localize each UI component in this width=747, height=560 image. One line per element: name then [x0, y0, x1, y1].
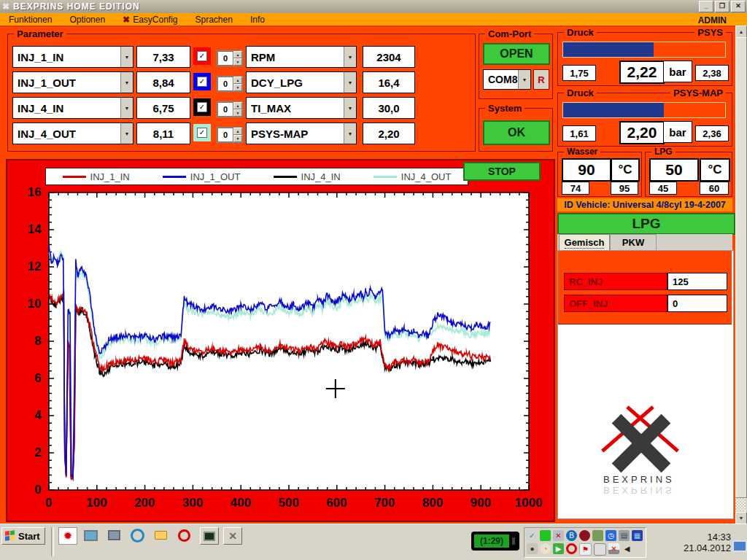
rc-inj-value[interactable]: 125 — [667, 273, 727, 290]
com-open-button[interactable]: OPEN — [483, 43, 550, 65]
spinner-up-icon[interactable]: ▲ — [233, 77, 242, 84]
tray-display-icon[interactable] — [540, 530, 551, 541]
series-color-checkbox[interactable]: ✓ — [193, 47, 211, 65]
show-desktop-icon[interactable] — [732, 540, 747, 552]
tray-security-icon[interactable] — [579, 530, 590, 541]
off-inj-value[interactable]: 0 — [667, 295, 727, 312]
scroll-down-icon[interactable]: ▼ — [735, 512, 747, 524]
param-value-field[interactable]: 2,20 — [363, 122, 415, 144]
tray-updater-icon[interactable]: ◔ — [540, 543, 551, 554]
series-color-checkbox[interactable]: ✓ — [193, 73, 211, 90]
param-dropdown[interactable]: TI_MAX▼ — [246, 97, 357, 119]
vertical-scrollbar[interactable]: ▲ ▼ — [735, 26, 747, 524]
com-refresh-button[interactable]: R — [533, 69, 549, 90]
menu-easyconfig[interactable]: ✖ EasyConfig — [114, 14, 186, 26]
menu-sprachen[interactable]: Sprachen — [187, 14, 241, 26]
menu-funktionen[interactable]: Funktionen — [0, 14, 61, 26]
param-dropdown[interactable]: INJ_1_IN▼ — [12, 46, 133, 68]
bexprins-wordmark: BEXPRINS — [603, 474, 675, 485]
chevron-down-icon[interactable]: ▼ — [120, 72, 133, 93]
chevron-down-icon[interactable]: ▼ — [344, 98, 356, 118]
quicklaunch-computer-icon[interactable] — [105, 527, 123, 543]
tray-chip-icon[interactable]: ▦ — [632, 530, 643, 541]
stop-button[interactable]: STOP — [463, 162, 541, 181]
scrollbar-track[interactable] — [735, 498, 746, 511]
param-dropdown[interactable]: INJ_4_OUT▼ — [12, 122, 133, 144]
offset-spinner[interactable]: 0▲▼ — [217, 50, 243, 66]
minimize-button[interactable]: _ — [699, 1, 713, 12]
offset-spinner[interactable]: 0▲▼ — [217, 127, 243, 143]
param-dropdown[interactable]: INJ_4_IN▼ — [12, 97, 133, 119]
quicklaunch-close-icon[interactable]: ✕ — [223, 527, 242, 545]
param-value-field[interactable]: 2304 — [363, 46, 415, 68]
tray-volume-icon[interactable]: ◀ — [622, 543, 632, 554]
trace-chart[interactable] — [7, 160, 551, 518]
menu-optionen[interactable]: Optionen — [61, 14, 114, 26]
offset-spinner[interactable]: 0▲▼ — [217, 76, 243, 92]
tab-gemisch[interactable]: Gemisch — [559, 234, 610, 250]
chevron-down-icon[interactable]: ▼ — [120, 123, 133, 144]
tray-opera-icon[interactable] — [566, 543, 577, 554]
quicklaunch-display-icon[interactable] — [82, 527, 99, 543]
scroll-up-icon[interactable]: ▲ — [735, 26, 747, 38]
spinner-up-icon[interactable]: ▲ — [233, 102, 242, 109]
app-logo-icon: ✖ — [2, 1, 9, 12]
param-value-field[interactable]: 8,11 — [136, 122, 190, 144]
param-value-field[interactable]: 30,0 — [363, 97, 415, 119]
battery-terminal — [512, 537, 515, 545]
chevron-down-icon[interactable]: ▼ — [120, 47, 133, 67]
tab-pkw[interactable]: PKW — [610, 234, 657, 250]
chevron-down-icon[interactable]: ▼ — [344, 47, 356, 67]
psys-min: 1,75 — [562, 65, 596, 81]
series-color-checkbox[interactable]: ✓ — [193, 124, 211, 141]
spinner-up-icon[interactable]: ▲ — [233, 51, 242, 58]
tray-bluetooth-icon[interactable]: B — [566, 530, 577, 541]
offset-spinner[interactable]: 0▲▼ — [217, 101, 243, 117]
tray-usb-icon[interactable]: ✓ — [527, 530, 538, 541]
quicklaunch-app-active[interactable]: ✹ — [58, 527, 77, 545]
chevron-down-icon[interactable]: ▼ — [518, 70, 530, 89]
tray-users-icon[interactable] — [592, 530, 603, 541]
tray-scheduler-icon[interactable]: ◷ — [605, 530, 616, 541]
param-value-field[interactable]: 8,84 — [136, 71, 190, 93]
spinner-down-icon[interactable]: ▼ — [233, 58, 242, 66]
com-port-select[interactable]: COM8▼ — [483, 69, 531, 90]
fuel-mode-button[interactable]: LPG — [557, 213, 735, 235]
spinner-down-icon[interactable]: ▼ — [233, 84, 242, 91]
spinner-up-icon[interactable]: ▲ — [233, 128, 242, 135]
quicklaunch-quicktime-icon[interactable] — [128, 527, 146, 543]
window-title: BEXPRINS HOME EDITION — [13, 1, 140, 12]
quicklaunch-folder-icon[interactable] — [152, 527, 169, 543]
wasser-max: 95 — [611, 182, 638, 195]
chevron-down-icon[interactable]: ▼ — [120, 98, 133, 118]
start-button[interactable]: Start — [1, 527, 45, 545]
quicklaunch-opera-icon[interactable] — [175, 527, 193, 543]
tray-vnc-icon[interactable]: ▶ — [553, 543, 564, 554]
tray-printer-icon[interactable]: ▤ — [619, 530, 630, 541]
spinner-down-icon[interactable]: ▼ — [233, 109, 242, 117]
close-button[interactable]: ✕ — [731, 1, 746, 12]
series-color-checkbox[interactable]: ✓ — [193, 98, 211, 116]
param-value-field[interactable]: 16,4 — [363, 71, 415, 93]
tray-flag-error-icon[interactable]: ⚑ — [579, 543, 592, 556]
spinner-down-icon[interactable]: ▼ — [233, 135, 242, 142]
battery-meter[interactable]: (1:29) — [471, 532, 519, 551]
psys-map-value: 2,20 — [619, 121, 665, 144]
tray-lock-icon[interactable]: ● — [527, 543, 538, 554]
chevron-down-icon[interactable]: ▼ — [344, 123, 356, 144]
scrollbar-thumb[interactable] — [735, 37, 747, 498]
param-value-field[interactable]: 6,75 — [136, 97, 190, 119]
param-dropdown[interactable]: DCY_LPG▼ — [246, 71, 357, 93]
restore-button[interactable]: ❐ — [715, 1, 729, 12]
tray-battery-icon[interactable] — [594, 543, 606, 556]
psys-map-progress-fill — [563, 103, 664, 117]
quicklaunch-remote-icon[interactable] — [200, 527, 219, 545]
param-dropdown[interactable]: INJ_1_OUT▼ — [12, 71, 133, 93]
tray-signal-disabled-icon[interactable]: ✕ — [608, 543, 619, 554]
param-dropdown[interactable]: RPM▼ — [246, 46, 357, 68]
menu-info[interactable]: Info — [241, 14, 274, 26]
param-dropdown[interactable]: PSYS-MAP▼ — [246, 122, 357, 144]
param-value-field[interactable]: 7,33 — [136, 46, 190, 68]
chevron-down-icon[interactable]: ▼ — [344, 72, 356, 93]
tray-network-disabled-icon[interactable]: ✕ — [553, 530, 564, 541]
